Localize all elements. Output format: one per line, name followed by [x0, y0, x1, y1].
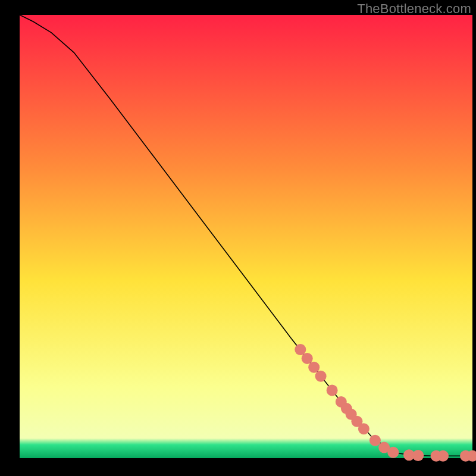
bottleneck-curve: [20, 15, 472, 456]
plot-area: [20, 15, 472, 458]
data-marker: [295, 344, 306, 355]
chart-svg: [20, 15, 472, 458]
data-marker: [327, 385, 338, 396]
data-marker: [315, 371, 327, 382]
data-marker: [387, 447, 399, 458]
data-marker: [358, 423, 369, 434]
data-marker: [302, 353, 313, 364]
data-marker: [308, 362, 320, 373]
data-marker: [369, 435, 381, 446]
data-marker: [437, 450, 449, 462]
data-markers: [295, 344, 476, 462]
data-marker: [412, 450, 424, 461]
watermark-text: TheBottleneck.com: [357, 1, 471, 17]
